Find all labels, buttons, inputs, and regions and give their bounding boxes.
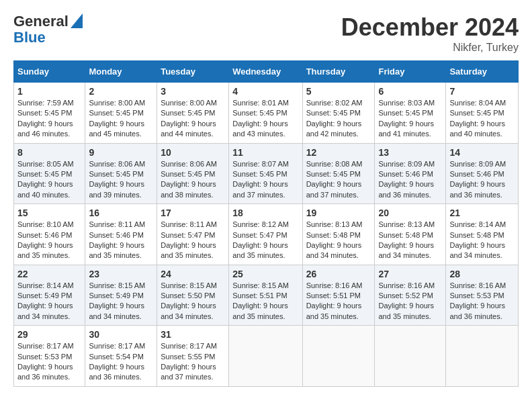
sunset-text: Sunset: 5:54 PM <box>89 353 143 361</box>
sunset-text: Sunset: 5:46 PM <box>89 231 143 239</box>
sunrise-text: Sunrise: 8:06 AM <box>89 160 145 168</box>
logo-text-blue: Blue <box>13 30 46 46</box>
sunrise-text: Sunrise: 8:14 AM <box>449 220 506 228</box>
daylight-text: Daylight: 9 hours and 41 minutes. <box>378 120 434 138</box>
calendar-cell: 1 Sunrise: 7:59 AM Sunset: 5:45 PM Dayli… <box>14 83 85 144</box>
sunset-text: Sunset: 5:51 PM <box>232 291 287 300</box>
daylight-text: Daylight: 9 hours and 34 minutes. <box>89 302 144 320</box>
sunrise-text: Sunrise: 8:06 AM <box>161 160 217 168</box>
daylight-text: Daylight: 9 hours and 35 minutes. <box>306 302 362 320</box>
sunrise-text: Sunrise: 8:17 AM <box>161 342 217 350</box>
day-number: 30 <box>89 329 153 340</box>
day-number: 11 <box>232 147 298 158</box>
calendar-cell: 22 Sunrise: 8:14 AM Sunset: 5:49 PM Dayl… <box>14 265 85 326</box>
day-number: 13 <box>378 147 442 158</box>
day-number: 17 <box>161 208 225 218</box>
day-number: 29 <box>17 329 81 340</box>
day-number: 7 <box>449 86 515 97</box>
calendar-cell: 16 Sunrise: 8:11 AM Sunset: 5:46 PM Dayl… <box>85 204 157 265</box>
day-header-friday: Friday <box>375 61 446 83</box>
sunset-text: Sunset: 5:55 PM <box>161 353 215 361</box>
day-header-monday: Monday <box>85 61 157 83</box>
calendar-cell: 26 Sunrise: 8:16 AM Sunset: 5:51 PM Dayl… <box>302 265 375 326</box>
calendar-cell: 3 Sunrise: 8:00 AM Sunset: 5:45 PM Dayli… <box>157 83 229 144</box>
sunset-text: Sunset: 5:46 PM <box>378 170 433 178</box>
calendar-cell <box>229 326 302 387</box>
sunset-text: Sunset: 5:53 PM <box>17 353 72 361</box>
calendar-cell: 21 Sunrise: 8:14 AM Sunset: 5:48 PM Dayl… <box>446 204 519 265</box>
daylight-text: Daylight: 9 hours and 34 minutes. <box>306 241 362 259</box>
day-number: 16 <box>89 208 153 218</box>
daylight-text: Daylight: 9 hours and 34 minutes. <box>449 241 505 259</box>
day-header-tuesday: Tuesday <box>157 61 229 83</box>
sunset-text: Sunset: 5:53 PM <box>449 291 504 300</box>
calendar-cell <box>375 326 446 387</box>
sunrise-text: Sunrise: 8:04 AM <box>449 99 506 107</box>
day-header-wednesday: Wednesday <box>229 61 302 83</box>
daylight-text: Daylight: 9 hours and 44 minutes. <box>161 120 216 138</box>
sunrise-text: Sunrise: 8:16 AM <box>378 281 435 289</box>
day-number: 28 <box>449 269 515 279</box>
calendar-cell: 27 Sunrise: 8:16 AM Sunset: 5:52 PM Dayl… <box>375 265 446 326</box>
sunrise-text: Sunrise: 8:16 AM <box>306 281 363 289</box>
day-number: 14 <box>449 147 515 158</box>
calendar-cell: 17 Sunrise: 8:11 AM Sunset: 5:47 PM Dayl… <box>157 204 229 265</box>
month-title: December 2024 <box>341 13 519 42</box>
day-number: 6 <box>378 86 442 97</box>
sunrise-text: Sunrise: 8:15 AM <box>161 281 217 289</box>
sunset-text: Sunset: 5:45 PM <box>17 170 72 178</box>
calendar-cell: 15 Sunrise: 8:10 AM Sunset: 5:46 PM Dayl… <box>14 204 85 265</box>
daylight-text: Daylight: 9 hours and 34 minutes. <box>17 302 73 320</box>
calendar-cell: 8 Sunrise: 8:05 AM Sunset: 5:45 PM Dayli… <box>14 143 85 204</box>
day-number: 24 <box>161 269 225 279</box>
sunset-text: Sunset: 5:51 PM <box>306 291 361 300</box>
logo: General Blue <box>13 13 83 46</box>
day-number: 18 <box>232 208 298 218</box>
daylight-text: Daylight: 9 hours and 35 minutes. <box>378 302 434 320</box>
calendar-cell: 9 Sunrise: 8:06 AM Sunset: 5:45 PM Dayli… <box>85 143 157 204</box>
calendar-cell: 13 Sunrise: 8:09 AM Sunset: 5:46 PM Dayl… <box>375 143 446 204</box>
sunset-text: Sunset: 5:45 PM <box>89 109 143 117</box>
sunset-text: Sunset: 5:47 PM <box>232 231 287 239</box>
calendar-cell: 4 Sunrise: 8:01 AM Sunset: 5:45 PM Dayli… <box>229 83 302 144</box>
calendar-cell: 19 Sunrise: 8:13 AM Sunset: 5:48 PM Dayl… <box>302 204 375 265</box>
sunset-text: Sunset: 5:49 PM <box>89 291 143 300</box>
calendar-cell: 7 Sunrise: 8:04 AM Sunset: 5:45 PM Dayli… <box>446 83 519 144</box>
daylight-text: Daylight: 9 hours and 46 minutes. <box>17 120 73 138</box>
sunset-text: Sunset: 5:45 PM <box>232 109 287 117</box>
sunset-text: Sunset: 5:48 PM <box>449 231 504 239</box>
daylight-text: Daylight: 9 hours and 40 minutes. <box>449 120 505 138</box>
day-header-sunday: Sunday <box>14 61 85 83</box>
daylight-text: Daylight: 9 hours and 43 minutes. <box>232 120 288 138</box>
sunset-text: Sunset: 5:45 PM <box>449 109 504 117</box>
calendar-cell: 6 Sunrise: 8:03 AM Sunset: 5:45 PM Dayli… <box>375 83 446 144</box>
day-number: 15 <box>17 208 81 218</box>
daylight-text: Daylight: 9 hours and 39 minutes. <box>89 180 144 198</box>
sunrise-text: Sunrise: 8:07 AM <box>232 160 289 168</box>
sunrise-text: Sunrise: 8:11 AM <box>161 220 217 228</box>
day-number: 8 <box>17 147 81 158</box>
sunrise-text: Sunrise: 8:08 AM <box>306 160 363 168</box>
calendar-cell: 2 Sunrise: 8:00 AM Sunset: 5:45 PM Dayli… <box>85 83 157 144</box>
daylight-text: Daylight: 9 hours and 40 minutes. <box>17 180 73 198</box>
calendar-header-row: SundayMondayTuesdayWednesdayThursdayFrid… <box>14 61 519 83</box>
day-number: 31 <box>161 329 225 340</box>
day-number: 22 <box>17 269 81 279</box>
sunrise-text: Sunrise: 7:59 AM <box>17 99 74 107</box>
sunrise-text: Sunrise: 8:03 AM <box>378 99 435 107</box>
calendar-cell: 18 Sunrise: 8:12 AM Sunset: 5:47 PM Dayl… <box>229 204 302 265</box>
daylight-text: Daylight: 9 hours and 34 minutes. <box>161 302 216 320</box>
daylight-text: Daylight: 9 hours and 38 minutes. <box>161 180 216 198</box>
calendar-cell: 24 Sunrise: 8:15 AM Sunset: 5:50 PM Dayl… <box>157 265 229 326</box>
daylight-text: Daylight: 9 hours and 35 minutes. <box>89 241 144 259</box>
day-number: 21 <box>449 208 515 218</box>
sunset-text: Sunset: 5:45 PM <box>306 170 361 178</box>
daylight-text: Daylight: 9 hours and 42 minutes. <box>306 120 362 138</box>
sunset-text: Sunset: 5:45 PM <box>378 109 433 117</box>
calendar-cell: 31 Sunrise: 8:17 AM Sunset: 5:55 PM Dayl… <box>157 326 229 387</box>
sunset-text: Sunset: 5:48 PM <box>378 231 433 239</box>
day-number: 25 <box>232 269 298 279</box>
daylight-text: Daylight: 9 hours and 37 minutes. <box>306 180 362 198</box>
calendar-cell: 28 Sunrise: 8:16 AM Sunset: 5:53 PM Dayl… <box>446 265 519 326</box>
day-number: 5 <box>306 86 371 97</box>
